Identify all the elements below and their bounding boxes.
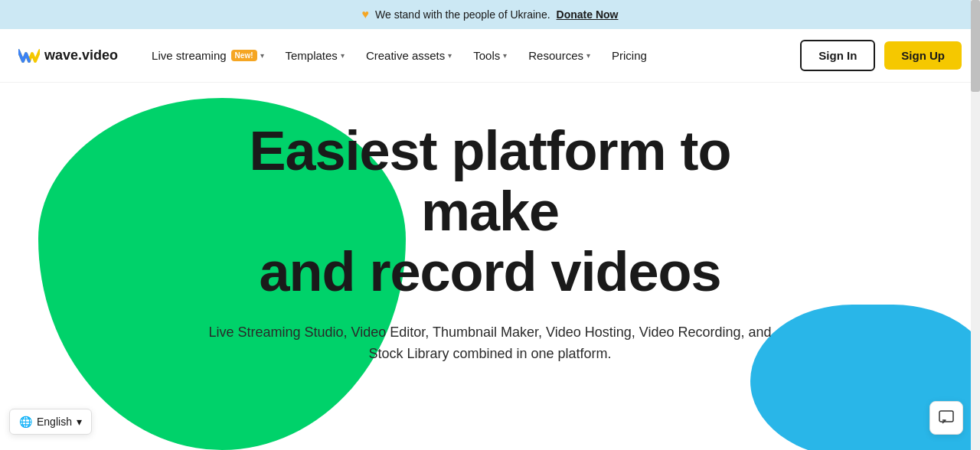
language-selector[interactable]: 🌐 English ▾ <box>9 409 92 435</box>
page-scrollbar[interactable] <box>971 0 980 450</box>
heart-icon: ♥ <box>362 8 370 21</box>
nav-label-templates: Templates <box>286 49 338 62</box>
new-badge: New! <box>231 50 257 61</box>
signin-button[interactable]: Sign In <box>800 40 875 71</box>
nav-label-resources: Resources <box>528 49 583 62</box>
hero-title-line3: and record videos <box>259 241 720 302</box>
chat-icon <box>938 409 955 426</box>
hero-title-line1: Easiest platform to <box>249 120 730 181</box>
globe-icon: 🌐 <box>19 416 32 428</box>
nav-item-live-streaming[interactable]: Live streaming New! ▾ <box>142 43 273 68</box>
language-chevron: ▾ <box>77 416 82 428</box>
templates-chevron: ▾ <box>341 51 345 60</box>
hero-title: Easiest platform to make and record vide… <box>191 121 789 303</box>
nav-items: Live streaming New! ▾ Templates ▾ Creati… <box>142 43 800 68</box>
language-label: English <box>37 416 72 428</box>
nav-label-creative-assets: Creative assets <box>366 49 445 62</box>
nav-item-resources[interactable]: Resources ▾ <box>519 43 599 68</box>
navbar: wave.video Live streaming New! ▾ Templat… <box>0 29 980 83</box>
nav-item-creative-assets[interactable]: Creative assets ▾ <box>357 43 461 68</box>
logo[interactable]: wave.video <box>18 47 118 64</box>
nav-item-tools[interactable]: Tools ▾ <box>464 43 516 68</box>
logo-icon <box>18 47 40 64</box>
resources-chevron: ▾ <box>586 51 590 60</box>
svg-rect-0 <box>939 411 953 422</box>
hero-title-line2: make <box>421 181 559 242</box>
tools-chevron: ▾ <box>503 51 507 60</box>
live-streaming-chevron: ▾ <box>260 51 264 60</box>
scrollbar-thumb[interactable] <box>971 0 980 92</box>
nav-item-templates[interactable]: Templates ▾ <box>276 43 354 68</box>
chat-button[interactable] <box>929 401 963 435</box>
nav-item-pricing[interactable]: Pricing <box>603 43 656 68</box>
donate-link[interactable]: Donate Now <box>557 8 619 21</box>
nav-label-pricing: Pricing <box>612 49 647 62</box>
logo-text: wave.video <box>44 47 118 64</box>
nav-label-tools: Tools <box>473 49 500 62</box>
hero-content: Easiest platform to make and record vide… <box>191 83 789 365</box>
hero-subtitle: Live Streaming Studio, Video Editor, Thu… <box>191 321 789 366</box>
creative-assets-chevron: ▾ <box>448 51 452 60</box>
nav-actions: Sign In Sign Up <box>800 40 962 71</box>
signup-button[interactable]: Sign Up <box>884 41 962 70</box>
banner-text: We stand with the people of Ukraine. <box>375 8 550 21</box>
nav-label-live-streaming: Live streaming <box>152 49 227 62</box>
top-banner: ♥ We stand with the people of Ukraine. D… <box>0 0 980 29</box>
hero-section: Easiest platform to make and record vide… <box>0 83 980 450</box>
